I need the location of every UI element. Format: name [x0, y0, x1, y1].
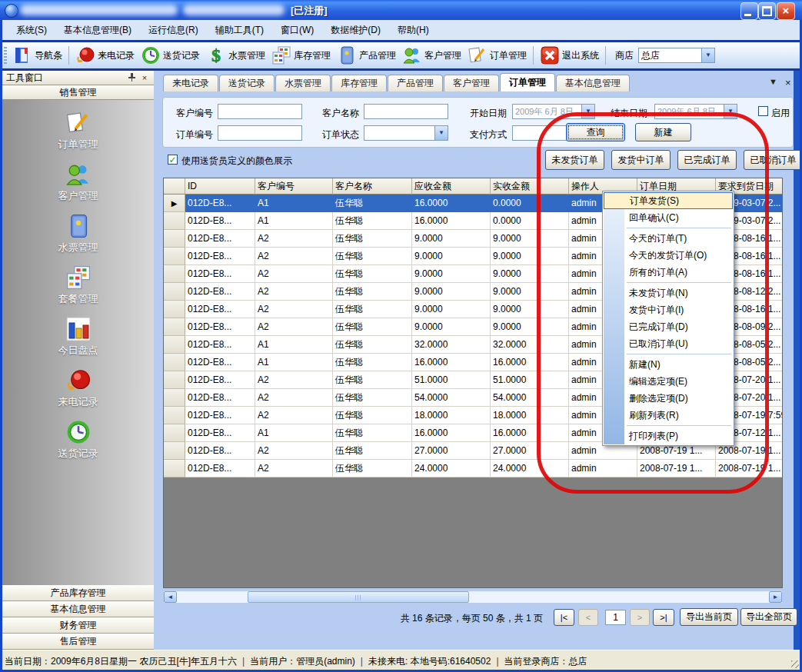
- toolbar-customer[interactable]: 客户管理: [399, 44, 464, 67]
- row-selector-cell[interactable]: [164, 283, 185, 301]
- table-cell-customer_name[interactable]: 伍华聪: [333, 248, 412, 265]
- context-menu-item[interactable]: 所有的订单(A): [604, 264, 733, 281]
- table-cell-required_date[interactable]: 2008-07-19 1...: [716, 460, 782, 477]
- table-cell-customer_name[interactable]: 伍华聪: [333, 442, 412, 460]
- sidebar-group-bar[interactable]: 售后管理: [2, 634, 154, 650]
- table-cell-received[interactable]: 16.0000: [491, 424, 569, 442]
- sidebar-group-bar[interactable]: 基本信息管理: [2, 601, 154, 617]
- sidebar-item-package-management[interactable]: 套餐管理: [2, 264, 154, 306]
- order-status-filter-button[interactable]: 已完成订单: [677, 150, 737, 170]
- row-selector-cell[interactable]: [164, 248, 185, 265]
- table-cell-received[interactable]: 0.0000: [491, 195, 569, 212]
- table-cell-customer_no[interactable]: A2: [255, 442, 333, 460]
- table-cell-received[interactable]: 24.0000: [491, 460, 569, 477]
- tab[interactable]: 来电记录: [163, 75, 218, 91]
- table-cell-customer_no[interactable]: A2: [255, 460, 333, 477]
- order-status-filter-button[interactable]: 已取消订单: [744, 150, 802, 170]
- toolbar-grip[interactable]: [4, 47, 7, 64]
- context-menu-item[interactable]: 今天的订单(T): [604, 230, 733, 247]
- table-cell-receivable[interactable]: 9.0000: [412, 248, 491, 265]
- row-selector-cell[interactable]: [164, 301, 185, 318]
- menu-item[interactable]: 帮助(H): [389, 22, 438, 39]
- table-cell-received[interactable]: 9.0000: [491, 301, 569, 318]
- end-date-picker[interactable]: 2009年 6月 8日 ▼: [654, 104, 737, 119]
- table-cell-id[interactable]: 012D-E8...: [185, 407, 255, 424]
- table-cell-customer_name[interactable]: 伍华聪: [333, 460, 412, 477]
- table-cell-id[interactable]: 012D-E8...: [185, 460, 255, 477]
- close-icon[interactable]: ×: [139, 72, 150, 83]
- chevron-down-icon[interactable]: ▼: [724, 105, 737, 118]
- column-header-customer_no[interactable]: 客户编号: [255, 178, 333, 195]
- table-cell-id[interactable]: 012D-E8...: [185, 336, 255, 354]
- table-cell-customer_no[interactable]: A2: [255, 318, 333, 336]
- sidebar-item-call-records[interactable]: 来电记录: [2, 368, 154, 409]
- tab[interactable]: 基本信息管理: [556, 75, 630, 91]
- row-selector-cell[interactable]: [164, 424, 185, 442]
- order-status-filter-button[interactable]: 发货中订单: [611, 150, 671, 170]
- toolbar-navigation[interactable]: 导航条: [9, 44, 65, 67]
- table-cell-customer_name[interactable]: 伍华聪: [333, 195, 412, 212]
- table-cell-id[interactable]: 012D-E8...: [185, 442, 255, 460]
- toolbar-inventory[interactable]: 库存管理: [268, 44, 334, 67]
- row-selector-cell[interactable]: [164, 265, 185, 283]
- order-status-select[interactable]: ▼: [364, 125, 448, 141]
- table-cell-received[interactable]: 9.0000: [491, 265, 569, 283]
- maximize-button[interactable]: [758, 2, 776, 20]
- enable-checkbox[interactable]: [758, 106, 768, 116]
- table-cell-receivable[interactable]: 16.0000: [412, 195, 491, 212]
- row-selector-cell[interactable]: [164, 407, 185, 424]
- customer-name-input[interactable]: [364, 104, 448, 119]
- context-menu-item[interactable]: 发货中订单(I): [604, 301, 733, 318]
- table-cell-receivable[interactable]: 18.0000: [412, 407, 491, 424]
- export-current-page-button[interactable]: 导出当前页: [680, 608, 738, 626]
- export-all-pages-button[interactable]: 导出全部页: [740, 608, 797, 626]
- close-button[interactable]: ×: [777, 2, 795, 20]
- table-cell-customer_no[interactable]: A2: [255, 389, 333, 407]
- table-cell-received[interactable]: 16.0000: [491, 354, 569, 371]
- scroll-right-icon[interactable]: ►: [769, 591, 782, 603]
- table-cell-id[interactable]: 012D-E8...: [185, 248, 255, 265]
- next-page-button[interactable]: >: [630, 609, 650, 626]
- table-cell-customer_name[interactable]: 伍华聪: [333, 283, 412, 301]
- menu-item[interactable]: 数据维护(D): [322, 22, 389, 39]
- order-status-filter-button[interactable]: 未发货订单: [545, 150, 604, 170]
- chevron-down-icon[interactable]: ▼: [701, 48, 714, 62]
- row-selector-cell[interactable]: [164, 354, 185, 371]
- toolbar-delivery-records[interactable]: 送货记录: [138, 44, 203, 67]
- table-cell-customer_name[interactable]: 伍华聪: [333, 301, 412, 318]
- table-cell-receivable[interactable]: 9.0000: [412, 283, 491, 301]
- tab-scroll-chevron-down-icon[interactable]: ▼: [769, 77, 777, 86]
- table-cell-receivable[interactable]: 9.0000: [412, 301, 491, 318]
- menu-item[interactable]: 窗口(W): [272, 22, 322, 39]
- table-cell-customer_name[interactable]: 伍华聪: [333, 424, 412, 442]
- table-cell-receivable[interactable]: 9.0000: [412, 318, 491, 336]
- table-cell-customer_no[interactable]: A2: [255, 248, 333, 265]
- shop-select[interactable]: 总店 ▼: [638, 48, 715, 63]
- table-cell-receivable[interactable]: 51.0000: [412, 371, 491, 389]
- context-menu-item[interactable]: 已完成订单(D): [604, 318, 733, 335]
- table-cell-customer_name[interactable]: 伍华聪: [333, 371, 412, 389]
- table-cell-receivable[interactable]: 9.0000: [412, 265, 491, 283]
- table-cell-id[interactable]: 012D-E8...: [185, 318, 255, 336]
- order-no-input[interactable]: [218, 125, 302, 141]
- table-cell-customer_no[interactable]: A1: [255, 354, 333, 371]
- table-cell-customer_name[interactable]: 伍华聪: [333, 389, 412, 407]
- context-menu-item[interactable]: 删除选定项(D): [604, 390, 733, 407]
- prev-page-button[interactable]: <: [578, 609, 598, 626]
- sidebar-item-today-inventory[interactable]: 今日盘点: [2, 316, 154, 358]
- column-header-customer_name[interactable]: 客户名称: [333, 178, 412, 195]
- table-cell-receivable[interactable]: 24.0000: [412, 460, 491, 477]
- table-cell-receivable[interactable]: 27.0000: [412, 442, 491, 460]
- sidebar-group-sales[interactable]: 销售管理: [2, 85, 154, 100]
- tab[interactable]: 库存管理: [331, 75, 387, 91]
- sidebar-item-water-ticket[interactable]: 水票管理: [2, 213, 154, 254]
- last-page-button[interactable]: >|: [653, 609, 674, 626]
- menu-item[interactable]: 系统(S): [8, 22, 55, 39]
- table-cell-id[interactable]: 012D-E8...: [185, 195, 255, 212]
- table-cell-customer_name[interactable]: 伍华聪: [333, 407, 412, 424]
- horizontal-scrollbar[interactable]: ◄ ►: [163, 590, 783, 604]
- table-cell-id[interactable]: 012D-E8...: [185, 212, 255, 230]
- row-selector-cell[interactable]: [164, 318, 185, 336]
- toolbar-order[interactable]: 订单管理: [464, 44, 530, 67]
- menu-item[interactable]: 运行信息(R): [140, 22, 207, 39]
